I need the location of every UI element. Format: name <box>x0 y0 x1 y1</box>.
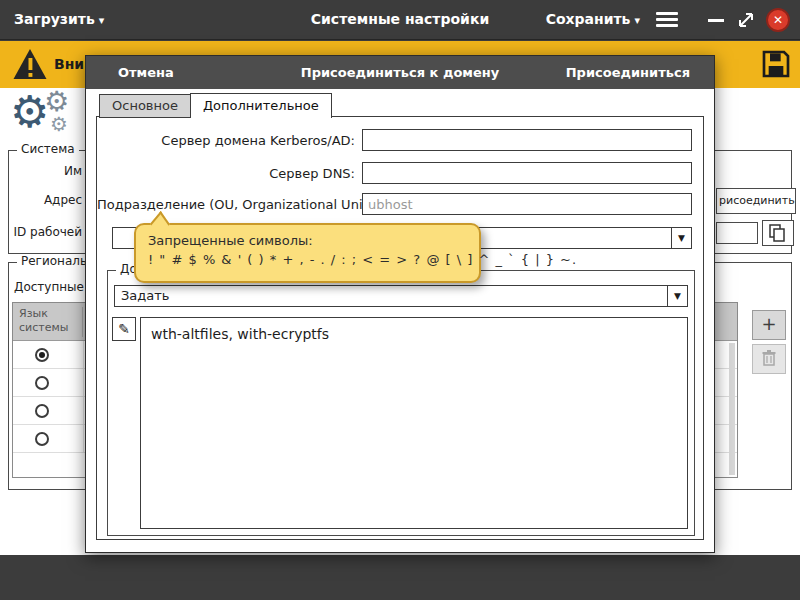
tab-advanced[interactable]: Дополнительное <box>190 93 332 118</box>
workstation-id-label: ID рабочей <box>6 225 82 239</box>
copy-button[interactable] <box>762 220 794 246</box>
kerberos-server-input[interactable] <box>362 129 692 151</box>
join-domain-button[interactable]: рисоединиться <box>716 188 796 214</box>
tab-content: Сервер домена Kerberos/AD: Сервер DNS: П… <box>96 116 704 540</box>
language-column-header: Язык системы <box>19 307 83 337</box>
settings-gears-icon: ⚙ ⚙ ⚙ <box>10 88 86 146</box>
chevron-down-icon: ▼ <box>671 228 691 248</box>
language-radio[interactable] <box>35 432 49 446</box>
close-icon: ✕ <box>773 13 783 27</box>
language-radio[interactable] <box>35 376 49 390</box>
address-label: Адрес <box>6 193 82 207</box>
join-domain-dialog: Присоединиться к домену Отмена Присоедин… <box>85 55 715 553</box>
system-group-label: Система <box>17 142 79 156</box>
tooltip-title: Запрещенные символы: <box>148 233 467 248</box>
save-menu-button[interactable]: Сохранить▾ <box>546 11 640 27</box>
set-dropdown[interactable]: Задать ▼ <box>114 285 688 307</box>
dns-server-input[interactable] <box>362 162 692 184</box>
dialog-header: Присоединиться к домену Отмена Присоедин… <box>86 56 714 89</box>
available-languages-label: Доступные я <box>14 280 95 294</box>
minimize-button[interactable] <box>708 19 724 22</box>
cancel-button[interactable]: Отмена <box>118 56 174 89</box>
small-input[interactable] <box>716 222 758 244</box>
gear-icon: ⚙ <box>50 114 68 134</box>
dns-server-label: Сервер DNS: <box>97 166 355 181</box>
set-dropdown-value: Задать <box>121 288 170 303</box>
forbidden-chars-tooltip: Запрещенные символы: ! " # $ % & ' ( ) *… <box>134 223 481 283</box>
pencil-icon: ✎ <box>118 321 130 337</box>
expand-button[interactable] <box>736 10 756 30</box>
save-menu-label: Сохранить <box>546 11 631 27</box>
advanced-groupbox: До Задать ▼ ✎ wth-altfiles, with-ecryptf… <box>107 270 695 536</box>
kerberos-server-label: Сервер домена Kerberos/AD: <box>97 133 355 148</box>
join-button[interactable]: Присоединиться <box>566 56 690 89</box>
caret-down-icon: ▾ <box>634 14 640 27</box>
language-radio[interactable] <box>35 348 49 362</box>
warning-icon <box>12 47 48 85</box>
save-disk-button[interactable] <box>760 48 792 84</box>
edit-button[interactable]: ✎ <box>112 317 136 341</box>
dialog-tabs: ОсновноеДополнительное <box>99 93 331 118</box>
close-button[interactable]: ✕ <box>766 8 790 32</box>
hamburger-menu-icon[interactable] <box>656 12 678 28</box>
add-language-button[interactable]: + <box>752 310 786 340</box>
delete-language-button[interactable] <box>752 344 786 374</box>
language-radio[interactable] <box>35 404 49 418</box>
table-scrollbar[interactable] <box>729 343 735 475</box>
page-title: Системные настройки <box>0 11 800 27</box>
scripts-textarea[interactable]: wth-altfiles, with-ecryptfs <box>140 317 688 529</box>
copy-icon <box>768 223 788 243</box>
ou-input[interactable] <box>362 193 692 215</box>
trash-icon <box>761 349 777 367</box>
tooltip-chars: ! " # $ % & ' ( ) * + , - . / : ; < = > … <box>148 252 467 267</box>
name-label: Им <box>6 164 82 178</box>
ou-label: Подразделение (OU, Organizational Unit): <box>97 197 355 212</box>
titlebar: Загрузить▾ Системные настройки Сохранить… <box>0 0 800 40</box>
tab-basic[interactable]: Основное <box>99 94 191 118</box>
chevron-down-icon: ▼ <box>667 286 687 306</box>
expand-arrows-icon <box>736 10 756 30</box>
